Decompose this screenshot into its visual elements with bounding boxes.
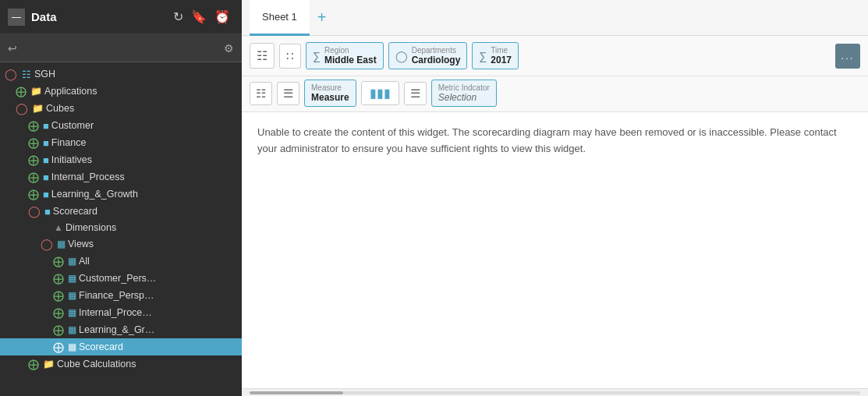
minimize-button[interactable]: — xyxy=(8,9,25,26)
toggle-minus-cubes[interactable]: ◯ xyxy=(16,102,28,115)
cubes-icon: 📁 xyxy=(32,103,44,114)
metric-list-icon: ☰ xyxy=(410,87,420,101)
gear-icon[interactable]: ⚙ xyxy=(224,42,234,55)
tree-item-finance-persp[interactable]: ⨁ ▦ Finance_Persp… xyxy=(0,287,242,304)
learn-gr-icon: ▦ xyxy=(68,324,76,335)
tree-item-cubes[interactable]: ◯ 📁 Cubes xyxy=(0,100,242,117)
panel-toolbar: ↩ ⚙ xyxy=(0,34,242,62)
initiatives-cube-icon: ■ xyxy=(43,154,49,166)
departments-filter-chip[interactable]: ◯ Departments Cardiology xyxy=(388,42,468,69)
tree-label-finance-persp: Finance_Persp… xyxy=(79,290,154,301)
region-value: Middle East xyxy=(324,55,377,65)
tree-label-scorecard-view: Scorecard xyxy=(79,341,123,352)
measure-row-btn[interactable]: ☷ xyxy=(250,82,272,105)
scrollbar-area xyxy=(242,388,868,396)
cust-persp-icon: ▦ xyxy=(68,273,76,284)
toggle-add-applications[interactable]: ⨁ xyxy=(16,85,27,97)
time-value: 2017 xyxy=(491,55,512,65)
bar-chart-btn[interactable]: ▮▮▮ xyxy=(361,81,399,105)
toggle-add-customer[interactable]: ⨁ xyxy=(28,119,39,132)
tree-item-customer[interactable]: ⨁ ■ Customer xyxy=(0,117,242,134)
toggle-add-cube-calcs[interactable]: ⨁ xyxy=(28,358,39,370)
toggle-add-learning[interactable]: ⨁ xyxy=(28,188,39,200)
toggle-minus-views[interactable]: ◯ xyxy=(41,238,53,250)
tree-label-customer-persp: Customer_Pers… xyxy=(79,273,156,284)
scorecard-widget-btn[interactable]: ☷ xyxy=(250,43,275,69)
tree-label-sgh: SGH xyxy=(34,69,55,80)
right-panel: Sheet 1 + ☷ ∷ ∑ Region Middle East ◯ Dep… xyxy=(242,0,868,396)
toggle-add-fin-persp[interactable]: ⨁ xyxy=(53,289,64,302)
tree-label-customer: Customer xyxy=(51,120,94,131)
fin-persp-icon: ▦ xyxy=(68,290,76,301)
toggle-add-learn-gr[interactable]: ⨁ xyxy=(53,324,64,336)
toggle-add-int-proce[interactable]: ⨁ xyxy=(53,306,64,319)
horizontal-scrollbar-track[interactable] xyxy=(250,391,860,394)
tree-item-scorecard-view[interactable]: ⨁ ▦ Scorecard xyxy=(0,338,242,355)
customer-cube-icon: ■ xyxy=(43,120,49,132)
toggle-add-cust-persp[interactable]: ⨁ xyxy=(53,272,64,285)
filter-row-2: ☷ ☰ Measure Measure ▮▮▮ ☰ Metric Indcato… xyxy=(242,76,868,112)
time-filter-chip[interactable]: ∑ Time 2017 xyxy=(472,42,519,69)
metric-list-btn[interactable]: ☰ xyxy=(404,82,427,105)
time-label: Time xyxy=(491,46,512,55)
toggle-add-all[interactable]: ⨁ xyxy=(53,255,64,267)
toggle-add-internal[interactable]: ⨁ xyxy=(28,171,39,183)
finance-cube-icon: ■ xyxy=(43,137,49,149)
tree-item-finance[interactable]: ⨁ ■ Finance xyxy=(0,134,242,151)
more-filters-button[interactable]: ... xyxy=(835,44,860,69)
measure-label: Measure xyxy=(311,83,349,92)
horizontal-scrollbar-thumb[interactable] xyxy=(250,391,343,394)
metric-indicator-chip[interactable]: Metric Indcator Selection xyxy=(431,80,497,107)
tree-item-cube-calculations[interactable]: ⨁ 📁 Cube Calculations xyxy=(0,355,242,373)
tree-label-applications: Applications xyxy=(44,86,97,97)
tree-label-learning: Learning_&_Growth xyxy=(51,189,138,200)
region-filter-chip[interactable]: ∑ Region Middle East xyxy=(306,42,384,69)
all-view-icon: ▦ xyxy=(68,256,76,267)
tree-item-initiatives[interactable]: ⨁ ■ Initiatives xyxy=(0,151,242,168)
back-icon[interactable]: ↩ xyxy=(8,42,17,55)
tree-item-all[interactable]: ⨁ ▦ All xyxy=(0,253,242,270)
toggle-minus-sgh[interactable]: ◯ xyxy=(5,68,17,80)
error-message: Unable to create the content of this wid… xyxy=(257,125,852,157)
tree-label-finance: Finance xyxy=(51,137,86,148)
tree-item-sgh[interactable]: ◯ ☷ SGH xyxy=(0,65,242,83)
tree-item-views[interactable]: ◯ ▦ Views xyxy=(0,235,242,253)
departments-value: Cardiology xyxy=(412,55,461,65)
measure-value: Measure xyxy=(311,92,349,103)
bookmark-button[interactable]: 🔖 xyxy=(187,8,211,26)
dimensions-icon: ▲ xyxy=(54,222,63,233)
toggle-minus-scorecard[interactable]: ◯ xyxy=(28,205,41,217)
measure-list-btn[interactable]: ☰ xyxy=(277,82,299,105)
tree-item-dimensions[interactable]: ▲ Dimensions xyxy=(0,220,242,235)
toggle-add-finance[interactable]: ⨁ xyxy=(28,136,39,149)
tree-item-internal-process[interactable]: ⨁ ■ Internal_Process xyxy=(0,168,242,186)
measure-filter-chip[interactable]: Measure Measure xyxy=(304,80,356,107)
measure-row-icon: ☷ xyxy=(256,87,266,101)
applications-icon: 📁 xyxy=(30,86,42,97)
content-area: Unable to create the content of this wid… xyxy=(242,112,868,388)
toggle-add-initiatives[interactable]: ⨁ xyxy=(28,154,39,166)
tree-label-learning-gr: Learning_&_Gr… xyxy=(79,324,154,335)
tree-container: ◯ ☷ SGH ⨁ 📁 Applications ◯ 📁 Cubes ⨁ ■ C… xyxy=(0,62,242,396)
metric-indicator-label: Metric Indcator xyxy=(438,83,490,92)
tab-sheet1-label: Sheet 1 xyxy=(262,11,297,23)
sgh-grid-icon: ☷ xyxy=(22,69,31,80)
measure-switch-icon: ∷ xyxy=(286,49,294,63)
tree-item-applications[interactable]: ⨁ 📁 Applications xyxy=(0,83,242,100)
tree-item-internal-proce[interactable]: ⨁ ▦ Internal_Proce… xyxy=(0,304,242,321)
panel-header: — Data ↻ 🔖 ⏰ xyxy=(0,0,242,34)
tree-item-customer-persp[interactable]: ⨁ ▦ Customer_Pers… xyxy=(0,270,242,287)
refresh-button[interactable]: ↻ xyxy=(169,8,187,26)
clock-button[interactable]: ⏰ xyxy=(211,8,234,26)
tree-item-scorecard[interactable]: ◯ ■ Scorecard xyxy=(0,203,242,220)
tree-item-learning-gr[interactable]: ⨁ ▦ Learning_&_Gr… xyxy=(0,321,242,338)
toggle-add-scorecard-view[interactable]: ⨁ xyxy=(53,341,64,353)
metric-indicator-value: Selection xyxy=(438,92,490,103)
tab-sheet1[interactable]: Sheet 1 xyxy=(250,0,310,36)
tree-label-internal-process: Internal_Process xyxy=(51,171,125,182)
tab-add-button[interactable]: + xyxy=(310,0,335,35)
measure-icon-btn[interactable]: ∷ xyxy=(279,44,301,69)
tree-item-learning[interactable]: ⨁ ■ Learning_&_Growth xyxy=(0,186,242,203)
measure-list-icon: ☰ xyxy=(283,87,293,101)
tree-label-views: Views xyxy=(68,239,94,249)
